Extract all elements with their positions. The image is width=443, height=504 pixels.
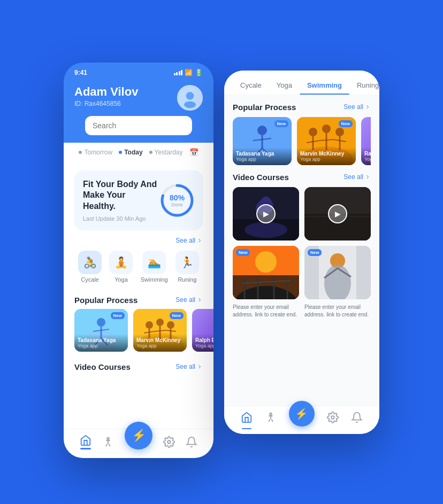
nav-fab-button[interactable]: ⚡ bbox=[125, 422, 152, 449]
right-scroll: Popular Process See all bbox=[224, 95, 379, 406]
nav-settings[interactable] bbox=[163, 436, 175, 448]
progress-percent: 80% bbox=[170, 193, 185, 202]
video-card-2[interactable]: ▶ bbox=[304, 187, 371, 241]
search-input[interactable] bbox=[93, 121, 186, 130]
video-courses-right: Video Courses See all bbox=[224, 165, 379, 241]
tab-runing[interactable]: Runing bbox=[349, 78, 379, 95]
right-card3-title: Ralph E bbox=[364, 151, 371, 157]
video-courses-header: Video Courses See all bbox=[64, 356, 213, 376]
popular-process-right-title: Popular Process bbox=[233, 103, 296, 112]
see-all-video-label: See all bbox=[175, 363, 195, 370]
right-nav-fab[interactable]: ⚡ bbox=[289, 401, 315, 427]
fit-card: Fit Your Body And Make Your Healthy. Las… bbox=[74, 170, 203, 230]
right-new-badge-2: New bbox=[339, 120, 353, 127]
right-nav-accessibility[interactable] bbox=[265, 412, 277, 426]
activity-cycale[interactable]: 🚴 Cycale bbox=[78, 251, 102, 283]
status-icons: 📶 🔋 bbox=[174, 69, 203, 76]
status-bar: 9:41 📶 🔋 bbox=[64, 63, 213, 80]
tab-yoga[interactable]: Yoga bbox=[269, 78, 300, 95]
card2-title: Marvin McKinney bbox=[136, 337, 184, 343]
today-label: Today bbox=[124, 149, 142, 156]
activity-swimming[interactable]: 🏊 Swimming bbox=[141, 251, 168, 283]
yoga-label: Yoga bbox=[114, 276, 128, 283]
video-courses-right-title: Video Courses bbox=[233, 173, 289, 182]
calendar-icon[interactable]: 📅 bbox=[189, 148, 198, 157]
right-card-3[interactable]: Ralph E Yoga app bbox=[361, 117, 371, 165]
yoga-icon: 🧘 bbox=[109, 251, 133, 274]
play-btn-2[interactable]: ▶ bbox=[328, 204, 347, 223]
see-all-activities-label: See all bbox=[175, 237, 195, 244]
right-nav-home[interactable] bbox=[241, 412, 253, 426]
see-all-video-right-label: See all bbox=[343, 173, 363, 181]
see-all-popular[interactable]: See all bbox=[175, 296, 203, 304]
svg-point-66 bbox=[331, 416, 334, 419]
process-card-1[interactable]: New Tadasana Yaga Yoga app bbox=[74, 309, 128, 352]
video-courses-right-header: Video Courses See all bbox=[233, 173, 371, 182]
see-all-video[interactable]: See all bbox=[175, 363, 203, 370]
nav-accessibility[interactable] bbox=[102, 436, 114, 448]
new-badge-1: New bbox=[111, 312, 125, 319]
progress-circle: 80% Done bbox=[160, 183, 194, 218]
video-card-1[interactable]: ▶ bbox=[233, 187, 299, 241]
right-nav-settings[interactable] bbox=[327, 412, 339, 426]
today-indicator bbox=[119, 151, 122, 154]
right-bottom-nav: ⚡ bbox=[224, 406, 379, 434]
tab-swimming[interactable]: Swimming bbox=[300, 78, 349, 95]
video-courses-grid: ▶ ▶ bbox=[233, 187, 371, 241]
see-all-popular-label: See all bbox=[175, 296, 195, 304]
right-card2-sub: Yoga app bbox=[300, 157, 353, 162]
cycale-label: Cycale bbox=[81, 276, 99, 283]
play-btn-1[interactable]: ▶ bbox=[256, 204, 276, 223]
svg-point-1 bbox=[186, 92, 194, 100]
svg-point-2 bbox=[184, 101, 196, 108]
right-nav-bell[interactable] bbox=[351, 412, 363, 426]
activity-running[interactable]: 🏃 Runing bbox=[175, 251, 199, 283]
timeline-arrow bbox=[134, 162, 143, 166]
process-card-2[interactable]: New Marvin McKinney Yoga app bbox=[133, 309, 187, 352]
popular-cards: New Tadasana Yaga Yoga app bbox=[64, 309, 213, 352]
tab-runing-label: Runing bbox=[357, 81, 379, 89]
today-dot[interactable]: Today bbox=[119, 149, 142, 156]
swimming-icon: 🏊 bbox=[142, 251, 166, 274]
popular-process-right: Popular Process See all bbox=[224, 95, 379, 165]
svg-point-24 bbox=[107, 437, 109, 439]
tab-cycale[interactable]: Cycale bbox=[233, 78, 269, 95]
activity-yoga[interactable]: 🧘 Yoga bbox=[109, 251, 133, 283]
cycale-icon: 🚴 bbox=[78, 251, 102, 274]
yesterday-dot[interactable]: Yestarday bbox=[149, 149, 183, 156]
tab-cycale-label: Cycale bbox=[240, 81, 262, 89]
tomorrow-indicator bbox=[79, 151, 82, 154]
user-name: Adam Vilov bbox=[74, 85, 138, 99]
header-section: Adam Vilov ID: Rax4645856 bbox=[64, 80, 213, 143]
see-all-activities[interactable]: See all bbox=[175, 237, 203, 244]
search-bar[interactable] bbox=[85, 116, 192, 135]
more-card-1-badge: New bbox=[236, 249, 250, 256]
tab-yoga-label: Yoga bbox=[277, 81, 292, 89]
more-card-2-badge: New bbox=[308, 249, 322, 256]
nav-home[interactable] bbox=[80, 435, 91, 449]
running-icon: 🏃 bbox=[175, 251, 199, 274]
fit-subtitle: Last Update 30 Min Ago bbox=[83, 215, 160, 222]
card2-sub: Yoga app bbox=[136, 343, 184, 348]
running-label: Runing bbox=[178, 276, 196, 283]
yesterday-label: Yestarday bbox=[155, 149, 183, 156]
right-card-1[interactable]: New Tadasana Yaga Yoga app bbox=[233, 117, 292, 165]
nav-bell[interactable] bbox=[186, 436, 197, 448]
time: 9:41 bbox=[74, 69, 87, 76]
chevron-popular-right-icon bbox=[364, 104, 371, 110]
main-content: Fit Your Body And Make Your Healthy. Las… bbox=[64, 162, 213, 429]
right-accessibility-icon bbox=[265, 412, 277, 423]
more-card-2[interactable]: New bbox=[304, 246, 371, 299]
see-all-popular-right[interactable]: See all bbox=[343, 103, 371, 111]
right-nav-active-bar bbox=[242, 428, 251, 429]
more-card-1[interactable]: New bbox=[233, 246, 299, 299]
see-all-video-right[interactable]: See all bbox=[343, 173, 371, 181]
fab-icon: ⚡ bbox=[132, 429, 146, 443]
process-card-3[interactable]: Ralph E Yoga app bbox=[192, 309, 213, 352]
tomorrow-dot[interactable]: Tomorrow bbox=[79, 149, 112, 156]
right-card-2[interactable]: New Marvin McKinney Yoga app bbox=[297, 117, 356, 165]
svg-point-46 bbox=[245, 222, 287, 238]
timeline: Tomorrow Today Yestarday 📅 bbox=[64, 143, 213, 162]
accessibility-icon bbox=[102, 436, 114, 448]
svg-point-52 bbox=[255, 251, 277, 273]
